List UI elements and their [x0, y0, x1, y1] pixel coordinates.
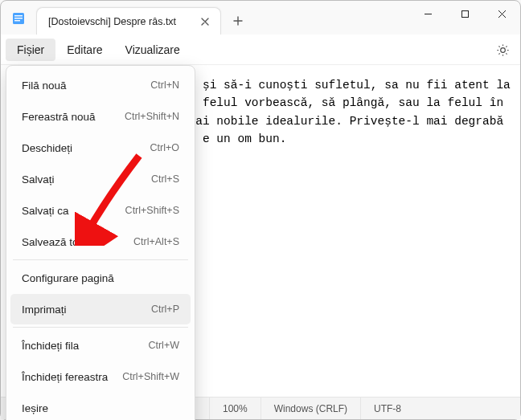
status-zoom[interactable]: 100% [210, 398, 261, 419]
menu-separator [13, 259, 188, 260]
file-menu-dropdown: Filă nouăCtrl+NFereastră nouăCtrl+Shift+… [6, 65, 195, 420]
menu-item-shortcut: Ctrl+P [151, 304, 179, 315]
menu-item[interactable]: Salvați caCtrl+Shift+S [10, 195, 191, 226]
menu-item[interactable]: Fereastră nouăCtrl+Shift+N [10, 101, 191, 132]
menu-view[interactable]: Vizualizare [114, 39, 191, 61]
menu-separator [13, 327, 188, 328]
menu-item-shortcut: Ctrl+O [150, 142, 179, 153]
menu-item[interactable]: ImprimațiCtrl+P [10, 294, 191, 324]
menu-item[interactable]: SalvațiCtrl+S [10, 164, 191, 194]
tab-title: [Dostoievschi] Despre râs.txt [48, 16, 198, 27]
menu-item-shortcut: Ctrl+W [148, 340, 179, 351]
title-bar: [Dostoievschi] Despre râs.txt [1, 1, 520, 35]
menu-item[interactable]: Ieșire [10, 393, 191, 420]
settings-button[interactable] [493, 40, 512, 59]
menu-item-shortcut: Ctrl+Shift+N [125, 111, 179, 122]
window-controls [409, 1, 520, 27]
menu-item-label: Configurare pagină [22, 272, 114, 284]
close-window-button[interactable] [483, 1, 520, 27]
menu-item-shortcut: Ctrl+Shift+W [122, 371, 179, 382]
notepad-window: [Dostoievschi] Despre râs.txt Fișier Edi… [0, 0, 521, 420]
maximize-button[interactable] [446, 1, 483, 27]
svg-rect-4 [462, 10, 468, 17]
menu-edit[interactable]: Editare [55, 39, 113, 61]
svg-rect-3 [14, 20, 20, 21]
status-eol[interactable]: Windows (CRLF) [261, 398, 361, 419]
new-tab-button[interactable] [226, 9, 250, 33]
menu-item-label: Închideți fereastra [22, 371, 108, 383]
menu-item[interactable]: Filă nouăCtrl+N [10, 70, 191, 100]
menu-item[interactable]: Închideți fereastraCtrl+Shift+W [10, 361, 191, 392]
app-icon [12, 12, 25, 25]
menu-item[interactable]: Salvează toateCtrl+Alt+S [10, 226, 191, 257]
menu-bar: Fișier Editare Vizualizare [1, 35, 520, 65]
menu-item-label: Fereastră nouă [22, 111, 96, 123]
menu-item-shortcut: Ctrl+Alt+S [133, 236, 179, 247]
menu-item-label: Imprimați [22, 304, 67, 316]
menu-item-label: Salvați ca [22, 205, 69, 217]
menu-item[interactable]: Configurare pagină [10, 263, 191, 293]
menu-file[interactable]: Fișier [6, 39, 55, 61]
menu-item-label: Închideți fila [22, 340, 79, 352]
menu-item-label: Ieșire [22, 402, 48, 414]
menu-item[interactable]: DeschidețiCtrl+O [10, 133, 191, 163]
menu-item[interactable]: Închideți filaCtrl+W [10, 330, 191, 361]
minimize-button[interactable] [409, 1, 446, 27]
menu-item-label: Salvează toate [22, 236, 93, 248]
menu-item-shortcut: Ctrl+S [151, 173, 179, 185]
menu-item-label: Salvați [22, 173, 55, 186]
menu-item-shortcut: Ctrl+Shift+S [125, 205, 179, 216]
menu-item-label: Filă nouă [22, 80, 67, 92]
menu-item-shortcut: Ctrl+N [150, 80, 179, 91]
close-tab-icon[interactable] [198, 14, 212, 29]
status-encoding[interactable]: UTF-8 [361, 398, 414, 419]
document-tab[interactable]: [Dostoievschi] Despre râs.txt [36, 7, 221, 35]
svg-rect-1 [14, 15, 23, 16]
svg-rect-2 [14, 18, 23, 18]
menu-item-label: Deschideți [22, 142, 72, 154]
gear-icon [496, 43, 510, 57]
